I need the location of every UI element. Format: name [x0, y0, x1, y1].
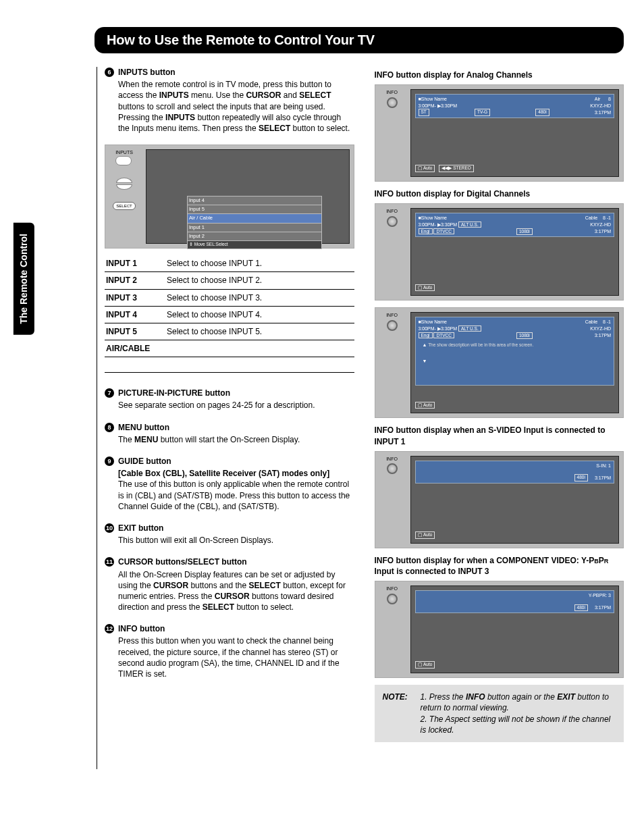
inputs-osd-diagram: INPUTS SELECT Input 4 Input 5 Air / Cabl…	[105, 145, 354, 249]
svideo-info-diagram: INFO S-IN: 1 480i3:17PM ▢ Auto	[375, 451, 624, 548]
table-row: INPUT 2Select to choose INPUT 2.	[105, 272, 354, 289]
inputs-body: When the remote control is in TV mode, p…	[118, 79, 354, 134]
info-button-icon	[387, 594, 398, 604]
osd-item-selected: Air / Cable	[187, 213, 322, 222]
digital-heading: INFO button display for Digital Channels	[375, 188, 624, 199]
info-label: INFO	[379, 456, 405, 462]
table-row: INPUT 1Select to choose INPUT 1.	[105, 255, 354, 272]
info-body: Press this button when you want to check…	[118, 635, 354, 679]
guide-body: The use of this button is only applicabl…	[118, 479, 354, 512]
osd-item: Input 5	[187, 205, 322, 213]
bullet-7: 7	[105, 388, 114, 398]
select-remote-button: SELECT	[113, 202, 135, 210]
bullet-9: 9	[105, 457, 114, 466]
note-1: 1. Press the INFO button again or the EX…	[421, 692, 616, 713]
info-label: INFO	[379, 89, 405, 95]
bullet-6: 6	[105, 68, 114, 77]
bullet-11: 11	[105, 557, 114, 567]
guide-sub: [Cable Box (CBL), Satellite Receiver (SA…	[118, 468, 354, 479]
page-title: How to Use the Remote to Control Your TV	[95, 27, 624, 53]
info-button-icon	[387, 97, 398, 108]
digital-info-diagram-1: INFO ■Show NameCable 8 -1 3:00PM- ▶3:30P…	[375, 203, 624, 301]
info-label: INFO	[379, 585, 405, 592]
info-label: INFO	[379, 208, 405, 214]
table-row: INPUT 4Select to choose INPUT 4.	[105, 306, 354, 323]
call-sign: KXYZ-HD	[590, 103, 611, 109]
note-2: 2. The Aspect setting will not be shown …	[421, 714, 616, 735]
menu-head: MENU button	[118, 422, 169, 433]
inputs-head: INPUTS button	[118, 67, 176, 78]
bullet-10: 10	[105, 523, 114, 533]
exit-body: This button will exit all On-Screen Disp…	[118, 535, 354, 546]
svideo-heading: INFO button display when an S-VIDEO Inpu…	[375, 425, 624, 446]
up-arrow-icon	[116, 178, 132, 183]
table-row: INPUT 5Select to choose INPUT 5.	[105, 323, 354, 340]
analog-info-diagram: INFO ■Show NameAir 8 3:00PM- ▶3:30PMKXYZ…	[375, 84, 624, 182]
pip-head: PICTURE-IN-PICTURE button	[118, 388, 230, 398]
note-label: NOTE:	[383, 692, 421, 735]
show-name: ■Show Name	[419, 96, 447, 102]
digital-info-diagram-2: INFO ■Show NameCable 8 -1 3:00PM- ▶3:30P…	[375, 307, 624, 418]
bullet-12: 12	[105, 624, 114, 633]
inputs-label: INPUTS	[115, 149, 133, 155]
osd-footer: ⇕ Move SEL:Select	[187, 240, 322, 249]
osd-item: Input 2	[187, 232, 322, 240]
exit-head: EXIT button	[118, 523, 163, 533]
side-tab: The Remote Control	[14, 223, 34, 335]
analog-heading: INFO button display for Analog Channels	[375, 70, 624, 80]
note-box: NOTE: 1. Press the INFO button again or …	[375, 685, 624, 742]
info-button-icon	[387, 320, 398, 331]
table-row: INPUT 3Select to choose INPUT 3.	[105, 289, 354, 306]
table-row: AIR/CABLE	[105, 340, 354, 357]
cursor-body: All the On-Screen Display features can b…	[118, 569, 354, 613]
osd-item: Input 4	[187, 196, 322, 205]
time-range: 3:00PM- ▶3:30PM	[419, 103, 458, 109]
inputs-remote-button	[115, 156, 132, 165]
info-button-icon	[387, 463, 398, 474]
component-info-diagram: INFO Y-PBPR: 3 480i3:17PM ▢ Auto	[375, 581, 624, 678]
osd-item: Input 1	[187, 223, 322, 232]
bullet-8: 8	[105, 423, 114, 432]
info-button-icon	[387, 216, 398, 227]
component-heading: INFO button display for when a COMPONENT…	[375, 555, 624, 577]
inputs-osd-screen: Input 4 Input 5 Air / Cable Input 1 Inpu…	[146, 149, 350, 244]
info-label: INFO	[379, 312, 405, 318]
cursor-head: CURSOR buttons/SELECT button	[118, 556, 247, 567]
arrow-buttons	[116, 178, 132, 190]
guide-head: GUIDE button	[118, 456, 171, 467]
inputs-table: INPUT 1Select to choose INPUT 1. INPUT 2…	[105, 255, 354, 357]
pip-body: See separate section on pages 24-25 for …	[118, 400, 354, 411]
info-head: INFO button	[118, 623, 165, 634]
down-arrow-icon	[116, 184, 132, 190]
menu-body: The MENU button will start the On-Screen…	[118, 434, 354, 445]
